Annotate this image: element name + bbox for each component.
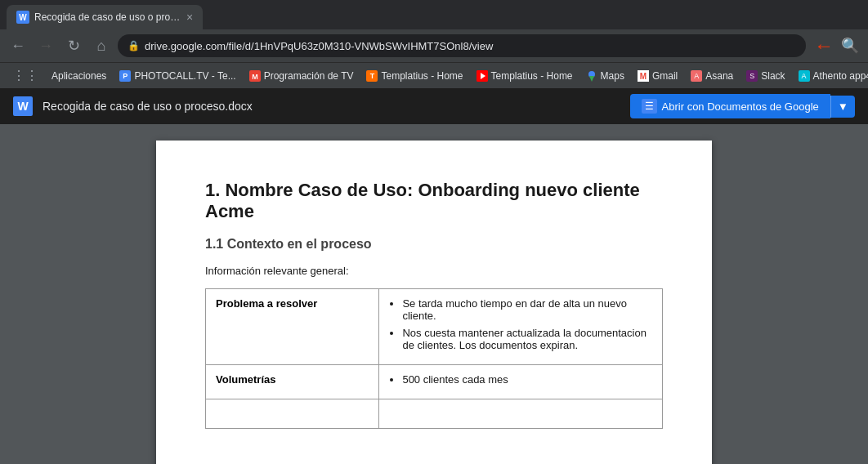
arrow-indicator: ←: [814, 34, 834, 57]
dropdown-arrow-icon: ▼: [838, 100, 848, 113]
apps-grid-icon: ⋮⋮: [12, 68, 38, 83]
document-heading2: 1.1 Contexto en el proceso: [205, 237, 663, 252]
home-button[interactable]: ⌂: [90, 34, 113, 57]
bookmark-icon-youtube: [477, 70, 488, 82]
bookmark-programacion[interactable]: M Programación de TV: [244, 68, 360, 84]
bookmark-asana[interactable]: A Asana: [685, 68, 739, 84]
bookmark-templatius[interactable]: T Templatius - Home: [360, 68, 468, 84]
bookmark-label-programacion: Programación de TV: [264, 70, 354, 82]
bookmark-icon-templatius: T: [366, 70, 378, 82]
reload-button[interactable]: ↻: [62, 34, 85, 57]
bookmark-label-athento: Athento app4: [813, 70, 868, 82]
row2-label: Volumetrías: [216, 373, 275, 386]
document-area: 1. Nombre Caso de Uso: Onboarding nuevo …: [0, 124, 868, 464]
back-button[interactable]: ←: [7, 34, 29, 57]
table-cell-label-2: Volumetrías: [206, 365, 379, 399]
lock-icon: 🔒: [128, 40, 140, 51]
document-page: 1. Nombre Caso de Uso: Onboarding nuevo …: [156, 141, 712, 464]
table-row: [206, 399, 663, 429]
bookmark-icon-gmail: M: [638, 70, 649, 82]
table-cell-label-1: Problema a resolver: [206, 289, 379, 365]
row1-bullets: Se tarda mucho tiempo en dar de alta un …: [389, 297, 652, 351]
bookmark-icon-athento: A: [799, 70, 810, 82]
active-tab[interactable]: W Recogida de caso de uso o proceso.docx…: [7, 5, 203, 29]
bookmark-icon-programacion: M: [249, 70, 261, 82]
table-cell-content-3: [379, 399, 663, 429]
bookmark-gmail[interactable]: M Gmail: [632, 68, 683, 84]
bookmark-label-maps: Maps: [601, 70, 624, 82]
table-row: Volumetrías 500 clientes cada mes: [206, 365, 663, 399]
tab-bar: W Recogida de caso de uso o proceso.docx…: [0, 0, 868, 29]
document-heading1: 1. Nombre Caso de Uso: Onboarding nuevo …: [205, 180, 663, 222]
browser-frame: W Recogida de caso de uso o proceso.docx…: [0, 0, 868, 464]
tab-favicon: W: [16, 11, 29, 24]
navigation-bar: ← → ↻ ⌂ 🔒 drive.google.com/file/d/1HnVPq…: [0, 29, 868, 62]
document-intro: Información relevante general:: [205, 265, 663, 277]
bookmark-maps[interactable]: Maps: [580, 68, 630, 84]
bookmark-label-slack: Slack: [761, 70, 785, 82]
bookmark-label-asana: Asana: [705, 70, 733, 82]
list-item: Nos cuesta mantener actualizada la docum…: [402, 327, 652, 351]
drive-header: W Recogida de caso de uso o proceso.docx…: [0, 88, 868, 124]
table-cell-content-1: Se tarda mucho tiempo en dar de alta un …: [379, 289, 663, 365]
row2-bullets: 500 clientes cada mes: [389, 373, 652, 386]
svg-text:M: M: [640, 72, 647, 81]
bookmark-icon-photocall: P: [119, 70, 131, 82]
list-item: Se tarda mucho tiempo en dar de alta un …: [402, 297, 652, 322]
bookmark-apps[interactable]: ⋮⋮: [7, 65, 44, 86]
bookmark-youtube[interactable]: Templatius - Home: [471, 68, 579, 84]
bookmark-label-youtube: Templatius - Home: [491, 70, 573, 82]
docs-icon: ☰: [642, 99, 657, 114]
bookmark-label-aplicaciones: Aplicaciones: [51, 70, 106, 82]
doc-favicon-letter: W: [17, 100, 28, 113]
bookmark-icon-maps: [586, 70, 597, 82]
document-table: Problema a resolver Se tarda mucho tiemp…: [205, 288, 663, 429]
table-cell-content-2: 500 clientes cada mes: [379, 365, 663, 399]
open-with-docs-button[interactable]: ☰ Abrir con Documentos de Google: [630, 94, 830, 118]
open-button-container: ☰ Abrir con Documentos de Google ▼: [630, 94, 855, 118]
svg-text:M: M: [252, 73, 258, 81]
doc-title: Recogida de caso de uso o proceso.docx: [43, 100, 253, 113]
doc-favicon: W: [13, 96, 33, 116]
address-bar[interactable]: 🔒 drive.google.com/file/d/1HnVPqU63z0M31…: [118, 34, 806, 57]
list-item: 500 clientes cada mes: [402, 373, 652, 386]
row1-label: Problema a resolver: [216, 297, 317, 310]
bookmark-icon-asana: A: [691, 70, 702, 82]
bookmark-slack[interactable]: S Slack: [740, 68, 790, 84]
tab-close-button[interactable]: ×: [186, 11, 193, 24]
address-text: drive.google.com/file/d/1HnVPqU63z0M310-…: [145, 40, 796, 52]
bookmark-label-gmail: Gmail: [652, 70, 678, 82]
bookmarks-bar: ⋮⋮ Aplicaciones P PHOTOCALL.TV - Te... M…: [0, 62, 868, 88]
bookmark-label-photocall: PHOTOCALL.TV - Te...: [134, 70, 235, 82]
svg-marker-5: [589, 76, 594, 82]
table-cell-label-3: [206, 399, 379, 429]
bookmark-athento[interactable]: A Athento app4: [793, 68, 868, 84]
bookmark-icon-slack: S: [746, 70, 758, 82]
forward-button[interactable]: →: [34, 34, 57, 57]
tab-title: Recogida de caso de uso o proceso.docx: [34, 11, 181, 23]
search-button[interactable]: 🔍: [839, 34, 861, 57]
bookmark-photocall[interactable]: P PHOTOCALL.TV - Te...: [114, 68, 241, 84]
table-row: Problema a resolver Se tarda mucho tiemp…: [206, 289, 663, 365]
open-button-label: Abrir con Documentos de Google: [662, 100, 819, 113]
open-dropdown-button[interactable]: ▼: [830, 96, 855, 118]
bookmark-label-templatius: Templatius - Home: [381, 70, 463, 82]
tab-favicon-letter: W: [19, 13, 26, 22]
bookmark-aplicaciones[interactable]: Aplicaciones: [46, 68, 112, 84]
